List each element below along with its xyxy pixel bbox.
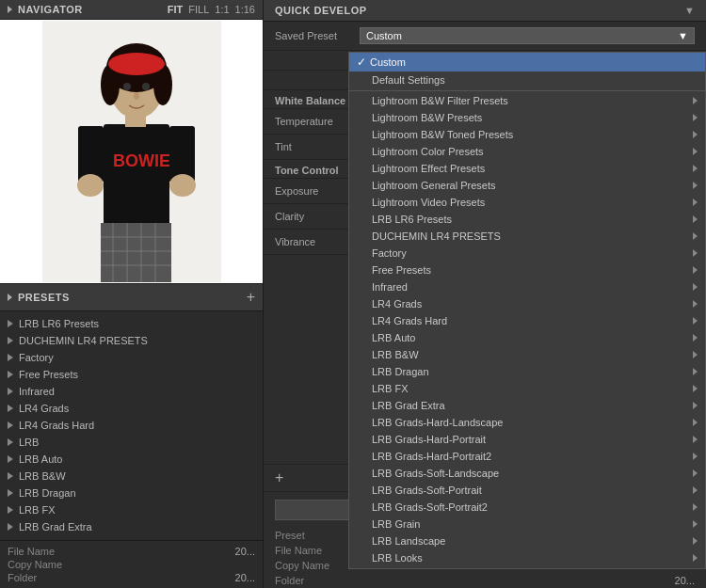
dropdown-item-lr-general[interactable]: Lightroom General Presets [349, 177, 705, 194]
submenu-arrow-icon [693, 283, 698, 291]
ratio-button[interactable]: 1:1 [215, 4, 229, 15]
dropdown-item-lrb-grads-sp2[interactable]: LRB Grads-Soft-Portrait2 [349, 499, 705, 516]
zoom-button[interactable]: 1:16 [235, 4, 255, 15]
preset-expand-icon [8, 337, 13, 344]
left-panel: Navigator FIT FILL 1:1 1:16 BOWIE [0, 0, 264, 588]
dropdown-item-lrb-dragan[interactable]: LRB Dragan [349, 363, 705, 380]
dropdown-item-lrb-looks[interactable]: LRB Looks [349, 549, 705, 566]
submenu-arrow-icon [693, 165, 698, 172]
list-item[interactable]: LRB [0, 434, 263, 451]
list-item[interactable]: DUCHEMIN LR4 PRESETS [0, 332, 263, 349]
dropdown-item-lrbw-filter[interactable]: Lightroom B&W Filter Presets [349, 90, 705, 109]
list-item[interactable]: LRB LR6 Presets [0, 315, 263, 332]
dropdown-item-lrb-auto[interactable]: LRB Auto [349, 329, 705, 346]
dropdown-item-lrbw-toned[interactable]: Lightroom B&W Toned Presets [349, 126, 705, 143]
dropdown-item-lr4-grads[interactable]: LR4 Grads [349, 295, 705, 312]
dropdown-item-lr4-grads-hard[interactable]: LR4 Grads Hard [349, 312, 705, 329]
preset-item-label: DUCHEMIN LR4 PRESETS [19, 335, 148, 346]
dropdown-item-custom[interactable]: ✓ Custom [349, 53, 705, 72]
list-item[interactable]: LR4 Grads [0, 400, 263, 417]
copy-name-label: Copy Name [8, 559, 62, 570]
submenu-arrow-icon [693, 215, 698, 223]
dropdown-item-lrb-grads-sp[interactable]: LRB Grads-Soft-Portrait [349, 482, 705, 499]
list-item[interactable]: LRB Grad Extra [0, 518, 263, 535]
list-item[interactable]: LRB B&W [0, 468, 263, 485]
dropdown-item-lr-effect[interactable]: Lightroom Effect Presets [349, 160, 705, 177]
dropdown-item-label: LRB B&W [372, 349, 693, 360]
submenu-arrow-icon [693, 368, 698, 375]
fill-button[interactable]: FILL [188, 4, 209, 15]
preset-expand-icon [8, 371, 13, 378]
quick-develop-controls: ▼ [684, 5, 695, 16]
add-button[interactable]: + [275, 469, 283, 486]
preset-item-label: LR4 Grads [19, 403, 69, 414]
dropdown-item-label: LRB Grads-Soft-Landscape [372, 468, 693, 479]
dropdown-item-lrb-grad-extra[interactable]: LRB Grad Extra [349, 397, 705, 414]
dropdown-item-lrb-muted[interactable]: LRB Muted Tones [349, 566, 705, 569]
submenu-arrow-icon [693, 436, 698, 443]
dropdown-item-label: Custom [370, 56, 698, 68]
list-item[interactable]: Factory [0, 349, 263, 366]
dropdown-item-label: LR4 Grads Hard [372, 315, 693, 326]
list-item[interactable]: LRB FX [0, 501, 263, 518]
copy-name-row: Copy Name [8, 558, 255, 571]
navigator-image[interactable]: BOWIE [0, 20, 263, 283]
presets-collapse-icon[interactable] [8, 294, 12, 301]
list-item[interactable]: Free Presets [0, 366, 263, 383]
dropdown-item-free-presets[interactable]: Free Presets [349, 262, 705, 278]
submenu-arrow-icon [693, 503, 698, 511]
dropdown-item-lrb-bw[interactable]: LRB B&W [349, 346, 705, 363]
dropdown-item-lrb-grain[interactable]: LRB Grain [349, 516, 705, 532]
presets-list[interactable]: LRB LR6 Presets DUCHEMIN LR4 PRESETS Fac… [0, 311, 263, 540]
fit-button[interactable]: FIT [168, 4, 184, 15]
white-balance-label: White Balance [275, 95, 345, 106]
preset-expand-icon [8, 354, 13, 361]
submenu-arrow-icon [693, 199, 698, 206]
preset-item-label: LRB Auto [19, 453, 62, 465]
dropdown-item-lr-video[interactable]: Lightroom Video Presets [349, 194, 705, 211]
saved-preset-menu[interactable]: ✓ Custom Default Settings Lightroom B&W … [348, 52, 706, 569]
submenu-arrow-icon [693, 317, 698, 325]
svg-rect-12 [169, 126, 195, 183]
navigator-collapse-icon[interactable] [8, 6, 12, 13]
saved-preset-dropdown[interactable]: Custom ▼ [360, 27, 695, 44]
submenu-arrow-icon [693, 148, 698, 155]
submenu-arrow-icon [693, 520, 698, 528]
dropdown-item-lrb-grads-sl[interactable]: LRB Grads-Soft-Landscape [349, 465, 705, 482]
add-preset-button[interactable]: + [247, 289, 255, 306]
folder-label: Folder [8, 572, 37, 583]
dropdown-item-lrb-grads-hl[interactable]: LRB Grads-Hard-Landscape [349, 414, 705, 431]
dropdown-item-lrb-grads-hp2[interactable]: LRB Grads-Hard-Portrait2 [349, 448, 705, 465]
dropdown-item-lrb-landscape[interactable]: LRB Landscape [349, 532, 705, 549]
list-item[interactable]: Infrared [0, 383, 263, 400]
navigator-header: Navigator FIT FILL 1:1 1:16 [0, 0, 263, 20]
dropdown-item-default[interactable]: Default Settings [349, 72, 705, 88]
dropdown-item-lr-color[interactable]: Lightroom Color Presets [349, 143, 705, 160]
preset-expand-icon [8, 506, 13, 514]
dropdown-item-lrb-grads-hp[interactable]: LRB Grads-Hard-Portrait [349, 431, 705, 448]
dropdown-item-infrared[interactable]: Infrared [349, 278, 705, 295]
list-item[interactable]: LRB Dragan [0, 485, 263, 501]
dropdown-item-label: LRB Landscape [372, 535, 693, 547]
svg-rect-11 [78, 126, 104, 183]
quick-develop-menu-icon[interactable]: ▼ [684, 5, 695, 16]
dropdown-item-duchemin[interactable]: DUCHEMIN LR4 PRESETS [349, 228, 705, 245]
dropdown-item-lrb-fx[interactable]: LRB FX [349, 380, 705, 397]
submenu-arrow-icon [693, 554, 698, 562]
svg-rect-3 [101, 223, 171, 282]
dropdown-item-factory[interactable]: Factory [349, 245, 705, 262]
preset-expand-icon [8, 455, 13, 463]
qd-copy-name-label: Copy Name [275, 560, 329, 571]
svg-point-13 [77, 174, 104, 197]
navigator-controls: FIT FILL 1:1 1:16 [168, 4, 255, 15]
svg-rect-1 [104, 124, 169, 228]
list-item[interactable]: LRB Auto [0, 451, 263, 468]
folder-value: 20... [235, 572, 255, 583]
preset-item-label: LRB [19, 437, 39, 448]
dropdown-item-lrbw[interactable]: Lightroom B&W Presets [349, 109, 705, 126]
saved-preset-row: Saved Preset Custom ▼ ✓ Custom Default S… [264, 22, 706, 51]
dropdown-item-lrb-lr6[interactable]: LRB LR6 Presets [349, 211, 705, 228]
submenu-arrow-icon [693, 334, 698, 342]
folder-row: Folder 20... [8, 571, 255, 584]
list-item[interactable]: LR4 Grads Hard [0, 417, 263, 434]
